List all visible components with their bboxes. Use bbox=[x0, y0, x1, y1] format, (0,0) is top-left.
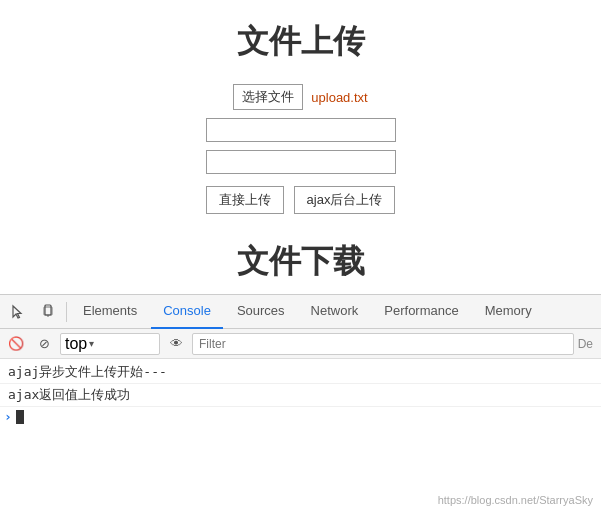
console-output: ajaj异步文件上传开始--- ajax返回值上传成功 › bbox=[0, 359, 601, 510]
devtools-tabs: Elements Console Sources Network Perform… bbox=[0, 295, 601, 329]
dropdown-arrow-icon: ▾ bbox=[89, 338, 94, 349]
tab-console[interactable]: Console bbox=[151, 295, 223, 329]
prompt-arrow-icon: › bbox=[4, 409, 12, 424]
ajax-upload-button[interactable]: ajax后台上传 bbox=[294, 186, 396, 214]
tab-sources[interactable]: Sources bbox=[225, 295, 297, 329]
text-input-2[interactable] bbox=[206, 150, 396, 174]
svg-rect-0 bbox=[45, 305, 51, 315]
devtools-bottom: ajaj异步文件上传开始--- ajax返回值上传成功 › https://bl… bbox=[0, 359, 601, 510]
choose-file-button[interactable]: 选择文件 bbox=[233, 84, 303, 110]
button-row: 直接上传 ajax后台上传 bbox=[206, 186, 396, 214]
cursor-icon-btn[interactable] bbox=[4, 298, 32, 326]
download-title: 文件下载 bbox=[237, 240, 365, 284]
tab-network[interactable]: Network bbox=[299, 295, 371, 329]
direct-upload-button[interactable]: 直接上传 bbox=[206, 186, 284, 214]
console-line-2: ajax返回值上传成功 bbox=[0, 384, 601, 407]
eye-btn[interactable]: 👁 bbox=[164, 332, 188, 356]
filter-input[interactable] bbox=[192, 333, 574, 355]
upload-title: 文件上传 bbox=[237, 20, 365, 64]
mobile-icon-btn[interactable] bbox=[34, 298, 62, 326]
text-input-1[interactable] bbox=[206, 118, 396, 142]
console-line-1: ajaj异步文件上传开始--- bbox=[0, 361, 601, 384]
context-select-wrapper[interactable]: top ▾ bbox=[60, 333, 160, 355]
watermark: https://blog.csdn.net/StarryaSky bbox=[438, 494, 593, 506]
clear-console-btn[interactable]: 🚫 bbox=[4, 332, 28, 356]
file-row: 选择文件 upload.txt bbox=[233, 84, 367, 110]
prompt-cursor bbox=[16, 410, 24, 424]
devtools-panel: Elements Console Sources Network Perform… bbox=[0, 294, 601, 510]
main-content: 文件上传 选择文件 upload.txt 直接上传 ajax后台上传 文件下载 bbox=[0, 0, 601, 294]
de-label: De bbox=[578, 337, 597, 351]
context-label: top bbox=[65, 335, 87, 353]
file-name-label: upload.txt bbox=[311, 90, 367, 105]
block-icon-btn[interactable]: ⊘ bbox=[32, 332, 56, 356]
svg-point-2 bbox=[47, 315, 49, 317]
console-toolbar: 🚫 ⊘ top ▾ 👁 De bbox=[0, 329, 601, 359]
tab-elements[interactable]: Elements bbox=[71, 295, 149, 329]
tab-separator-1 bbox=[66, 302, 67, 322]
file-upload-section: 选择文件 upload.txt 直接上传 ajax后台上传 bbox=[206, 84, 396, 214]
console-prompt-row: › bbox=[0, 407, 601, 426]
tab-memory[interactable]: Memory bbox=[473, 295, 544, 329]
tab-performance[interactable]: Performance bbox=[372, 295, 470, 329]
